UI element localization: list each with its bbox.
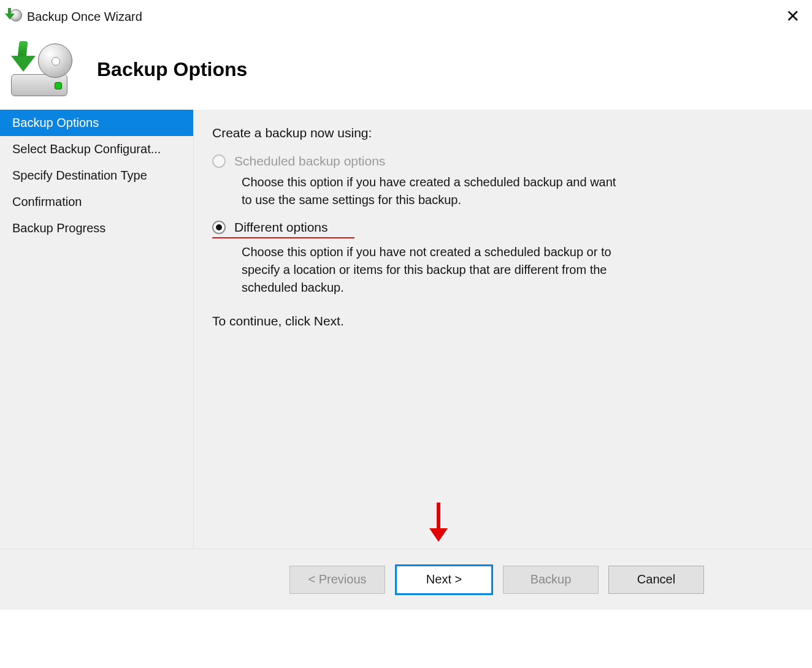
previous-button: < Previous [289,566,385,594]
radio-different-label[interactable]: Different options [234,220,328,235]
app-icon [5,8,22,25]
next-button[interactable]: Next > [395,564,493,595]
radio-different-description: Choose this option if you have not creat… [242,243,628,297]
page-title: Backup Options [97,58,247,81]
option-different: Different options Choose this option if … [212,220,790,297]
step-select-backup-configuration[interactable]: Select Backup Configurat... [0,136,193,162]
wizard-footer: < Previous Next > Backup Cancel [0,548,812,610]
option-scheduled: Scheduled backup options Choose this opt… [212,154,790,209]
step-confirmation[interactable]: Confirmation [0,189,193,215]
radio-scheduled [212,154,226,168]
wizard-content: Create a backup now using: Scheduled bac… [193,110,812,548]
window-title: Backup Once Wizard [27,10,142,23]
step-backup-progress[interactable]: Backup Progress [0,215,193,241]
wizard-steps-sidebar: Backup Options Select Backup Configurat.… [0,110,193,548]
close-icon[interactable]: ✕ [778,8,807,25]
backup-button: Backup [503,566,599,594]
continue-hint: To continue, click Next. [212,314,790,328]
title-bar: Backup Once Wizard ✕ [0,0,812,29]
wizard-header: Backup Options [0,29,812,109]
radio-different[interactable] [212,221,226,234]
step-specify-destination-type[interactable]: Specify Destination Type [0,162,193,189]
radio-scheduled-description: Choose this option if you have created a… [242,173,628,209]
cancel-button[interactable]: Cancel [608,566,704,594]
prompt-text: Create a backup now using: [212,126,790,140]
radio-scheduled-label: Scheduled backup options [234,154,385,169]
backup-hero-icon [7,39,75,100]
step-backup-options[interactable]: Backup Options [0,110,193,136]
